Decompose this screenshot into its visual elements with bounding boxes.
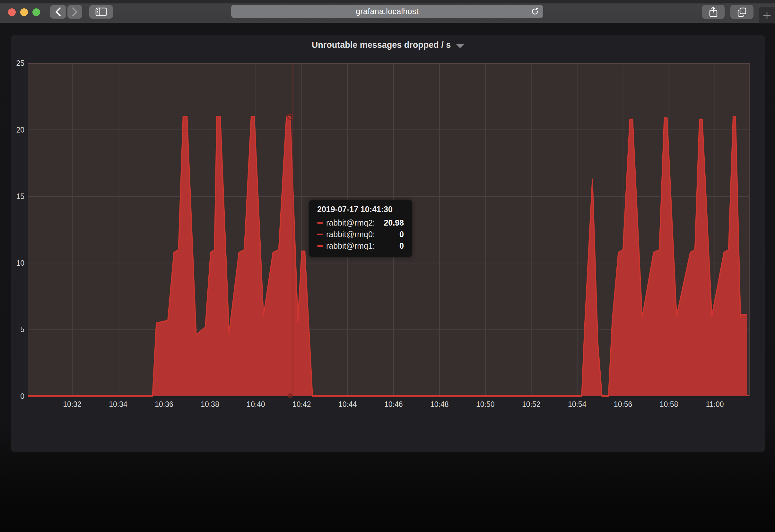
tooltip-series-label: rabbit@rmq1: — [326, 241, 375, 251]
forward-button[interactable] — [67, 5, 82, 19]
y-tick-label: 5 — [20, 325, 24, 334]
page-background: Unroutable messages dropped / s 05101520… — [0, 23, 775, 532]
address-bar[interactable]: grafana.localhost — [231, 5, 543, 18]
window-close-button[interactable] — [8, 8, 16, 16]
title-caret-icon — [456, 44, 464, 48]
y-tick-label: 25 — [16, 59, 24, 68]
x-tick-label: 11:00 — [706, 400, 724, 409]
plus-icon — [762, 11, 771, 20]
x-tick-label: 10:38 — [201, 400, 219, 409]
url-text: grafana.localhost — [356, 7, 419, 16]
tooltip-series-value: 20.98 — [383, 218, 404, 227]
tooltip-row: rabbit@rmq2:20.98 — [317, 217, 404, 228]
tooltip-row: rabbit@rmq0:0 — [317, 228, 404, 240]
y-tick-label: 15 — [16, 192, 24, 201]
back-button[interactable] — [50, 5, 66, 19]
x-tick-label: 10:54 — [568, 400, 587, 409]
window-zoom-button[interactable] — [32, 8, 40, 16]
x-tick-label: 10:34 — [109, 400, 127, 409]
sidebar-toggle-button[interactable] — [89, 5, 113, 19]
share-button[interactable] — [702, 5, 725, 19]
series-color-dash-icon — [317, 245, 323, 247]
x-tick-label: 10:46 — [384, 400, 403, 409]
series-color-dash-icon — [317, 234, 323, 235]
tooltip-timestamp: 2019-07-17 10:41:30 — [317, 205, 404, 214]
x-tick-label: 10:50 — [476, 400, 495, 409]
tooltip-series-label: rabbit@rmq0: — [326, 230, 375, 239]
chevron-left-icon — [55, 7, 62, 17]
y-tick-label: 0 — [20, 392, 24, 401]
tabs-icon — [737, 7, 747, 17]
browser-toolbar: grafana.localhost — [0, 0, 775, 23]
panel-title: Unroutable messages dropped / s — [312, 40, 451, 50]
window-minimize-button[interactable] — [20, 8, 28, 16]
x-tick-label: 10:56 — [614, 400, 633, 409]
x-tick-label: 10:42 — [292, 400, 311, 409]
series-color-dash-icon — [317, 222, 323, 224]
tab-overview-button[interactable] — [730, 5, 753, 19]
chevron-right-icon — [71, 7, 78, 17]
tooltip-series-value: 0 — [400, 230, 404, 239]
panel-title-menu[interactable]: Unroutable messages dropped / s — [11, 35, 765, 55]
x-tick-label: 10:52 — [522, 400, 541, 409]
chart-tooltip: 2019-07-17 10:41:30 rabbit@rmq2:20.98rab… — [309, 200, 412, 257]
x-tick-label: 10:32 — [63, 400, 82, 409]
reload-icon[interactable] — [530, 7, 539, 16]
x-tick-label: 10:48 — [430, 400, 449, 409]
new-tab-button[interactable] — [759, 7, 775, 23]
screen: { "browser": { "url": "grafana.localhost… — [0, 0, 775, 532]
tooltip-rows: rabbit@rmq2:20.98rabbit@rmq0:0rabbit@rmq… — [317, 217, 404, 252]
x-tick-label: 10:36 — [155, 400, 173, 409]
sidebar-icon — [95, 7, 107, 16]
tooltip-series-label: rabbit@rmq2: — [326, 218, 375, 227]
x-tick-label: 10:58 — [660, 400, 678, 409]
y-tick-label: 10 — [16, 259, 24, 267]
tooltip-series-value: 0 — [400, 241, 404, 251]
x-tick-label: 10:44 — [338, 400, 357, 409]
y-tick-label: 20 — [16, 125, 24, 134]
x-tick-label: 10:40 — [246, 400, 265, 409]
tooltip-row: rabbit@rmq1:0 — [317, 240, 404, 252]
share-icon — [709, 6, 718, 17]
